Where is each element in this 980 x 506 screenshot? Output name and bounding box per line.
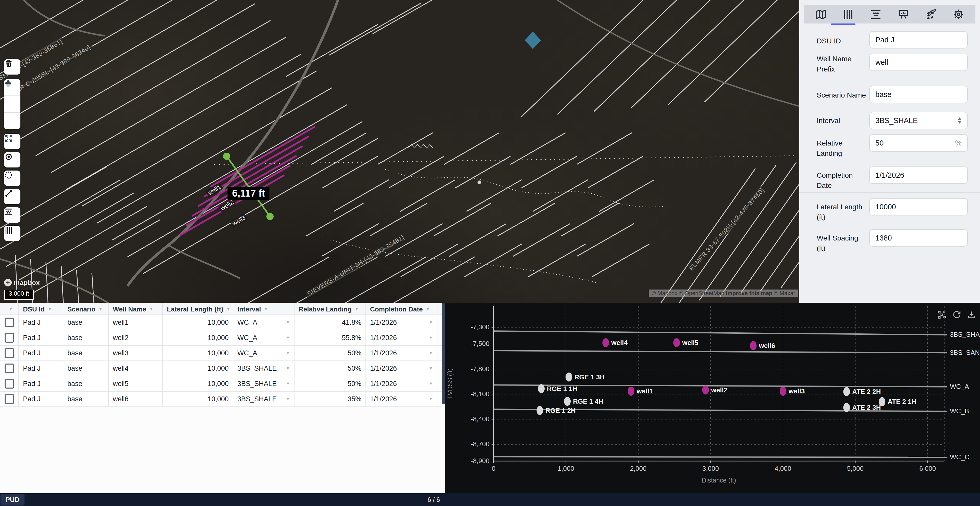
well-spacing-field[interactable]: 1380 [869,229,968,247]
surface-location-diamond[interactable] [525,32,541,49]
refresh-icon[interactable] [952,310,961,319]
cell-well[interactable]: well4 [109,361,163,376]
compass-button[interactable] [4,113,21,129]
column-header[interactable]: Scenario▼ [63,303,109,315]
header-menu-caret-icon[interactable]: ▼ [9,307,13,311]
wells-button[interactable] [4,226,21,241]
cell-interval[interactable]: 3BS_SHALE▼ [233,391,294,406]
cell-dsu[interactable]: Pad J [19,391,63,406]
row-checkbox[interactable] [4,318,14,327]
map-canvas[interactable]: SMR 8H-[42-389-36861]GER C-205SL-[42-389… [0,0,799,303]
zoom-out-button[interactable] [4,96,21,113]
fit-extent-button[interactable] [4,134,21,149]
cell-interval[interactable]: 3BS_SHALE▼ [233,361,294,376]
cell-date[interactable]: 1/1/2026▼ [366,391,438,406]
column-header[interactable]: Lateral Length (ft)▼ [163,303,233,315]
cell-dropdown-caret-icon[interactable]: ▼ [286,382,290,386]
cell-lateral[interactable]: 10,000 [163,346,233,361]
row-checkbox[interactable] [4,333,14,343]
cell-landing[interactable]: 50% [294,346,366,361]
cell-scenario[interactable]: base [63,391,109,406]
column-header[interactable]: DSU Id▼ [19,303,63,315]
relative-landing-field[interactable]: 50 % [869,134,968,152]
cell-date[interactable]: 1/1/2026▼ [366,330,438,345]
row-checkbox[interactable] [4,348,14,358]
sort-caret-icon[interactable]: ▼ [355,307,359,311]
mapbox-logo[interactable]: ✦ mapbox [4,279,40,286]
cell-interval[interactable]: WC_A▼ [233,315,294,330]
well-point-rge-1-1h[interactable] [538,384,545,393]
tab-settings[interactable] [952,8,965,21]
well-point-well2[interactable] [702,385,709,395]
download-icon[interactable] [967,310,976,319]
column-header[interactable]: Completion Date▼ [366,303,438,315]
tab-frac-stages[interactable] [869,8,883,21]
cell-dropdown-caret-icon[interactable]: ▼ [429,351,433,355]
dsu-id-field[interactable]: Pad J [869,31,968,48]
column-header[interactable]: Relative Landing▼ [294,303,366,315]
cell-dropdown-caret-icon[interactable]: ▼ [429,366,433,371]
measure-button[interactable] [4,189,21,204]
measure-endpoint[interactable] [266,213,274,220]
cell-dsu[interactable]: Pad J [19,361,63,376]
cell-dropdown-caret-icon[interactable]: ▼ [286,366,290,371]
well-point-well5[interactable] [673,338,680,347]
attribution-osm[interactable]: © OpenStreetMap [679,290,724,296]
sort-caret-icon[interactable]: ▼ [226,307,231,311]
cell-date[interactable]: 1/1/2026▼ [366,376,438,391]
cell-scenario[interactable]: base [63,330,109,345]
well-point-rge-1-3h[interactable] [566,372,572,382]
cell-landing[interactable]: 55.8% [294,330,366,345]
planned-lateral-line[interactable] [180,175,284,235]
well-point-well6[interactable] [750,341,757,350]
cell-date[interactable]: 1/1/2026▼ [366,346,438,361]
cell-dsu[interactable]: Pad J [19,330,63,345]
tab-wells-active[interactable] [842,8,855,21]
mode-tab-pud[interactable]: PUD [0,494,24,506]
column-header[interactable]: Well Name▼ [109,303,163,315]
delete-button[interactable] [4,59,21,75]
sort-caret-icon[interactable]: ▼ [149,307,153,311]
cell-date[interactable]: 1/1/2026▼ [366,361,438,376]
cell-landing[interactable]: 50% [294,361,366,376]
cell-scenario[interactable]: base [63,315,109,330]
cell-well[interactable]: well1 [109,315,163,330]
well-point-well4[interactable] [602,338,609,347]
cell-lateral[interactable]: 10,000 [163,315,233,330]
tab-results[interactable] [897,8,910,21]
tab-map[interactable] [814,8,827,21]
cell-scenario[interactable]: base [63,361,109,376]
cell-interval[interactable]: WC_A▼ [233,330,294,345]
well-point-ate-2-3h[interactable] [843,403,850,412]
attribution-improve-link[interactable]: Improve this map [726,290,772,296]
attribution-mapbox[interactable]: © Mapbox [652,290,678,296]
cell-dsu[interactable]: Pad J [19,376,63,391]
completion-date-field[interactable]: 1/1/2026 [869,167,968,184]
cell-dropdown-caret-icon[interactable]: ▼ [286,397,290,401]
row-checkbox[interactable] [4,379,14,388]
sort-caret-icon[interactable]: ▼ [264,307,268,311]
cell-dsu[interactable]: Pad J [19,315,63,330]
sort-caret-icon[interactable]: ▼ [426,307,430,311]
cell-dropdown-caret-icon[interactable]: ▼ [286,351,290,355]
well-name-prefix-field[interactable]: well [869,54,968,71]
scenario-name-field[interactable]: base [869,86,968,103]
cell-dsu[interactable]: Pad J [19,346,63,361]
row-checkbox[interactable] [4,364,14,373]
cell-lateral[interactable]: 10,000 [163,330,233,345]
lasso-select-button[interactable] [4,170,21,186]
locate-button[interactable] [4,152,21,167]
cell-lateral[interactable]: 10,000 [163,361,233,376]
cell-lateral[interactable]: 10,000 [163,376,233,391]
cell-dropdown-caret-icon[interactable]: ▼ [429,336,433,340]
sort-caret-icon[interactable]: ▼ [48,307,52,311]
cell-landing[interactable]: 41.8% [294,315,366,330]
measure-endpoint[interactable] [223,153,230,160]
row-checkbox[interactable] [4,394,14,404]
cell-well[interactable]: well6 [109,391,163,406]
well-point-rge-1-4h[interactable] [564,397,571,406]
cell-landing[interactable]: 50% [294,376,366,391]
cell-dropdown-caret-icon[interactable]: ▼ [429,397,433,401]
well-point-well3[interactable] [780,387,786,396]
cell-interval[interactable]: 3BS_SHALE▼ [233,376,294,391]
